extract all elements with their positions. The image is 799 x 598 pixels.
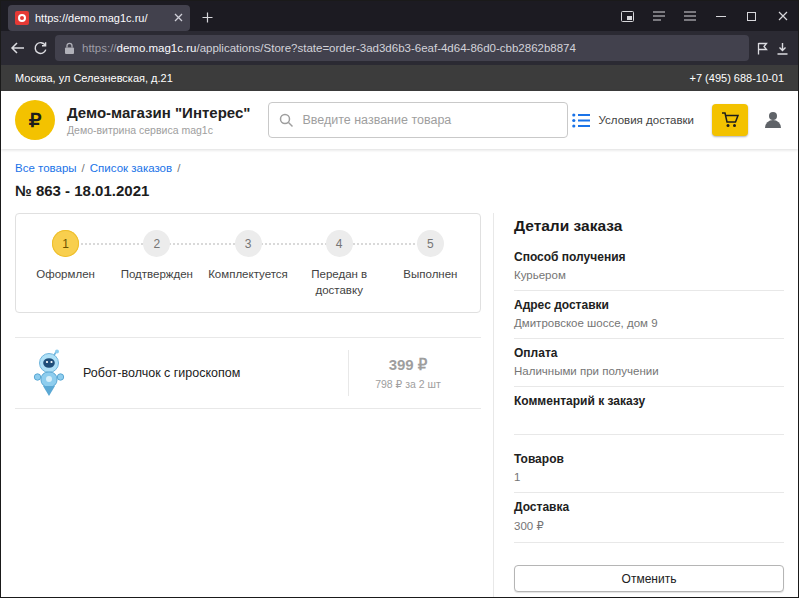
detail-row-address: Адрес доставки Дмитровское шоссе, дом 9 — [514, 291, 784, 339]
step-1-label: Оформлен — [36, 267, 95, 283]
menu-icon[interactable] — [674, 1, 705, 31]
reload-button[interactable] — [33, 41, 47, 55]
detail-row-comment: Комментарий к заказу — [514, 387, 784, 435]
store-header: ₽ Демо-магазин "Интерес" Демо-витрина се… — [1, 91, 798, 149]
brand-text: Демо-магазин "Интерес" Демо-витрина серв… — [67, 104, 250, 136]
search-icon — [279, 113, 294, 128]
browser-window: https://demo.mag1c.ru/ — [0, 0, 799, 598]
order-status-stepper: 1 Оформлен 2 Подтвержден 3 Комплектуется — [20, 230, 476, 298]
store-logo[interactable]: ₽ — [15, 100, 55, 140]
step-4-circle: 4 — [326, 230, 353, 257]
order-item-row: Робот-волчок с гироскопом 399 ₽ 798 ₽ за… — [15, 337, 481, 409]
url-bar[interactable]: https://demo.mag1c.ru/applications/Store… — [55, 35, 749, 61]
account-button[interactable] — [762, 109, 784, 131]
cancel-order-button[interactable]: Отменить — [514, 565, 784, 592]
search-input[interactable] — [302, 113, 557, 127]
product-price: 399 ₽ — [349, 356, 467, 374]
store-title: Демо-магазин "Интерес" — [67, 104, 250, 121]
tab-title: https://demo.mag1c.ru/ — [35, 12, 168, 24]
step-5-label: Выполнен — [403, 267, 457, 283]
order-details-panel: Детали заказа Способ получения Курьером … — [493, 213, 784, 597]
detail-row-items-count: Товаров 1 — [514, 445, 784, 493]
browser-navbar: https://demo.mag1c.ru/applications/Store… — [1, 31, 798, 65]
product-name[interactable]: Робот-волчок с гироскопом — [83, 366, 348, 380]
detail-row-delivery-cost: Доставка 300 ₽ — [514, 493, 784, 543]
step-2-label: Подтвержден — [121, 267, 193, 283]
delivery-list-icon — [572, 113, 591, 128]
cart-icon — [721, 111, 740, 129]
price-box: 399 ₽ 798 ₽ за 2 шт — [349, 356, 467, 390]
step-5: 5 Выполнен — [385, 230, 476, 298]
order-main-column: 1 Оформлен 2 Подтвержден 3 Комплектуется — [15, 213, 481, 597]
detail-row-payment: Оплата Наличными при получении — [514, 339, 784, 387]
store-subtitle: Демо-витрина сервиса mag1c — [67, 124, 250, 136]
detail-row-delivery-method: Способ получения Курьером — [514, 243, 784, 291]
step-3: 3 Комплектуется — [202, 230, 293, 298]
tab-list-icon[interactable] — [643, 1, 674, 31]
order-status-card: 1 Оформлен 2 Подтвержден 3 Комплектуется — [15, 213, 481, 313]
breadcrumb: Все товары/Список заказов/ — [1, 149, 798, 174]
order-title: № 863 - 18.01.2021 — [1, 174, 798, 213]
step-2-circle: 2 — [143, 230, 170, 257]
product-image — [29, 348, 69, 398]
delivery-terms-link[interactable]: Условия доставки — [572, 113, 694, 128]
step-1-circle: 1 — [52, 230, 79, 257]
product-price-note: 798 ₽ за 2 шт — [349, 378, 467, 390]
step-1: 1 Оформлен — [20, 230, 111, 298]
search-box — [268, 102, 568, 138]
step-3-label: Комплектуется — [208, 267, 288, 283]
browser-titlebar: https://demo.mag1c.ru/ — [1, 1, 798, 31]
minimize-button[interactable] — [705, 1, 736, 31]
breadcrumb-all-products[interactable]: Все товары — [15, 162, 77, 174]
new-tab-button[interactable] — [194, 5, 220, 31]
store-phone: +7 (495) 688-10-01 — [690, 72, 784, 84]
site-favicon-icon — [15, 11, 29, 25]
url-text: https://demo.mag1c.ru/applications/Store… — [82, 42, 576, 54]
maximize-button[interactable] — [736, 1, 767, 31]
tab-close-icon[interactable] — [174, 13, 183, 22]
back-button[interactable] — [10, 41, 25, 55]
close-button[interactable] — [767, 1, 798, 31]
cart-button[interactable] — [712, 104, 748, 136]
step-4-label: Передан в доставку — [298, 267, 380, 298]
step-2: 2 Подтвержден — [111, 230, 202, 298]
store-address: Москва, ул Селезневская, д.21 — [15, 72, 173, 84]
order-totals: Товаров 1 Доставка 300 ₽ — [514, 445, 784, 543]
store-topbar: Москва, ул Селезневская, д.21 +7 (495) 6… — [1, 65, 798, 91]
breadcrumb-order-list[interactable]: Список заказов — [90, 162, 172, 174]
pip-icon[interactable] — [612, 1, 643, 31]
delivery-terms-label: Условия доставки — [599, 114, 694, 126]
browser-tab[interactable]: https://demo.mag1c.ru/ — [8, 5, 190, 31]
step-3-circle: 3 — [235, 230, 262, 257]
details-title: Детали заказа — [514, 217, 784, 235]
step-4: 4 Передан в доставку — [294, 230, 385, 298]
download-icon[interactable] — [776, 42, 789, 55]
bookmark-flag-icon[interactable] — [757, 42, 768, 55]
step-5-circle: 5 — [417, 230, 444, 257]
lock-icon — [64, 42, 75, 55]
